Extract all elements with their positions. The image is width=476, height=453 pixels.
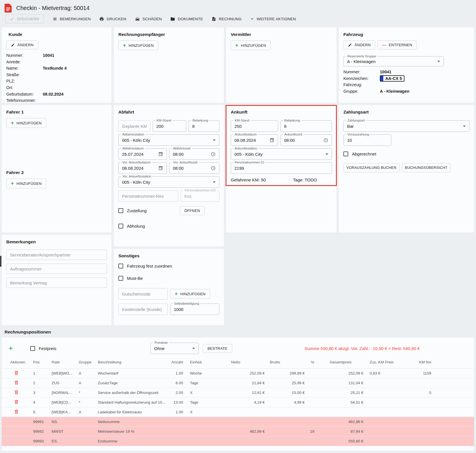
cell-beschreibung: Wochentarif — [93, 368, 165, 378]
vermittler-hinzufuegen-button[interactable]: + HINZUFÜGEN — [231, 41, 271, 50]
clock-icon[interactable] — [211, 152, 216, 157]
cell-gruppe — [74, 426, 93, 436]
panel-grid: Kunde ÄNDERN Nummer:10041 Anrede: Name:T… — [0, 25, 476, 325]
cell-pos: 99993 — [29, 436, 47, 446]
ankunftszeit-input[interactable]: Ankunftszeit08:00 — [280, 134, 332, 146]
selbstbeteiligung-input[interactable]: Selbstbeteiligung1000 — [170, 304, 220, 315]
cell-brutto — [265, 426, 305, 436]
ankunft-betankung-input[interactable]: Betankung8 — [280, 120, 332, 132]
gutscheincode-input[interactable]: Gutscheincode — [118, 288, 168, 300]
column-header: Netto — [220, 356, 265, 368]
ankunftsstation-select[interactable]: Ankunftsstation005 - Köln City — [231, 148, 332, 160]
kostenstelle-input[interactable]: Kostenstelle (Kunde) — [118, 304, 168, 315]
dokumente-button[interactable]: DOKUMENTE — [170, 15, 203, 23]
ankunft-km-stand-input[interactable]: KM-Stand250 — [231, 120, 278, 132]
cell-aktionen — [2, 378, 29, 388]
abfahrt-betankung-input[interactable]: Betankung8 — [189, 120, 219, 132]
calendar-icon[interactable] — [158, 152, 163, 157]
festpreis-checkbox[interactable] — [30, 346, 35, 351]
cell-brutto: 15,00 € — [265, 388, 305, 397]
vor-ankunftsstation-select[interactable]: Vor. Ankunftsstation005 - Köln City — [118, 176, 219, 188]
cell-beschreibung: Standard Haftungsreduzierung auf 10... — [93, 397, 165, 407]
clock-icon[interactable] — [323, 138, 328, 143]
delete-row-icon[interactable] — [14, 399, 19, 405]
abgerechnet-checkbox[interactable] — [343, 151, 348, 156]
abfahrt-panel: Abfahrt Geplante KM KM-Stand200 Betankun… — [114, 105, 224, 246]
cell-netto — [220, 436, 265, 446]
ankunftsdatum-input[interactable]: Ankunftsdatum08.08.2024 — [231, 134, 278, 146]
fahrzeug-fest-zuordnen-checkbox[interactable] — [118, 264, 123, 268]
drucken-button[interactable]: DRUCKEN — [99, 15, 126, 23]
fahrzeug-aendern-button[interactable]: ÄNDERN — [343, 41, 375, 49]
abholung-checkbox[interactable] — [118, 224, 123, 228]
fahrzeug-entfernen-button[interactable]: — ENTFERNEN — [378, 41, 417, 49]
gutschein-hinzufuegen-button[interactable]: + HINZUFÜGEN — [170, 289, 210, 299]
cell-aktionen — [2, 368, 29, 378]
save-button[interactable]: SPEICHERN — [5, 14, 44, 23]
car-damage-icon — [135, 17, 140, 21]
kunde-aendern-button[interactable]: ÄNDERN — [6, 41, 38, 49]
dropdown-caret-icon — [325, 153, 328, 155]
abfahrtsdatum-input[interactable]: Abfahrtsdatum26.07.2024 — [118, 148, 167, 160]
zahlungsart-select[interactable]: ZahlungsartBar — [343, 120, 469, 132]
gefahrene-km-text: Gefahrene KM: 50 — [231, 177, 266, 182]
calendar-icon[interactable] — [270, 138, 274, 143]
preisliste-select[interactable]: Preisliste Ohne — [150, 343, 199, 354]
column-header: Einheit — [185, 356, 220, 368]
invoice-card: + Festpreis Preisliste Ohne BESTRATE Sum… — [2, 337, 474, 451]
rechnungsempfaenger-hinzufuegen-button[interactable]: + HINZUFÜGEN — [118, 41, 158, 50]
clock-icon[interactable] — [211, 166, 216, 171]
fahrer2-hinzufuegen-button[interactable]: + HINZUFÜGEN — [6, 179, 46, 188]
cell-einheit — [185, 417, 220, 426]
personalnummer-ci-input[interactable]: Personalnummer-CI2199 — [231, 162, 332, 174]
delete-row-icon[interactable] — [14, 380, 19, 385]
cell-netto — [220, 417, 265, 426]
cell-aktionen — [2, 407, 29, 417]
delete-row-icon[interactable] — [14, 409, 19, 414]
cell-einheit — [185, 436, 220, 446]
cell-pct — [305, 368, 317, 378]
cell-anzahl: 1.00 — [165, 407, 185, 417]
info-row: Name:Testkunde 4 — [6, 65, 107, 72]
oeffnen-button[interactable]: ÖFFNEN — [180, 206, 204, 215]
cell-zus_km — [364, 388, 418, 397]
schaeden-button[interactable]: SCHÄDEN — [135, 15, 162, 23]
cell-gruppe — [74, 417, 93, 426]
auftragsnummer-input[interactable]: Auftragsnummer — [6, 264, 107, 274]
buchungsuebersicht-button[interactable]: BUCHUNGSÜBERSICHT — [402, 163, 451, 172]
delete-row-icon[interactable] — [14, 370, 19, 375]
reservierte-gruppe-select[interactable]: Reservierte Gruppe A - Kleinwagen — [343, 56, 444, 66]
cell-anzahl: 1.00 — [165, 368, 185, 378]
bestrate-button[interactable]: BESTRATE — [203, 344, 232, 353]
bemerkungen-button[interactable]: BEMERKUNGEN — [52, 15, 91, 23]
cell-aktionen — [2, 436, 29, 446]
rechnung-button[interactable]: RECHNUNG — [212, 15, 242, 23]
delete-row-icon[interactable] — [14, 390, 19, 395]
fahrzeug-title: Fahrzeug — [343, 32, 469, 37]
vorauszahlung-input[interactable]: Vorauszahlung10 — [343, 134, 391, 146]
cell-rate: [WEB]WO... — [47, 368, 74, 378]
abfahrtsstation-select[interactable]: Abfahrtsstation005 - Köln City — [118, 134, 219, 146]
personalnummer-res-input[interactable]: Personalnummer-Res — [118, 190, 178, 202]
zustellung-checkbox[interactable] — [118, 208, 123, 213]
calendar-icon[interactable] — [158, 166, 163, 171]
vor-ankunftsdatum-input[interactable]: Vor. Ankunftsdatum08.08.2024 — [118, 162, 167, 174]
add-position-button[interactable]: + — [9, 345, 13, 351]
cell-zus_km — [364, 436, 418, 446]
weitere-aktionen-button[interactable]: WEITERE AKTIONEN — [250, 16, 296, 22]
geplante-km-input[interactable]: Geplante KM — [118, 120, 150, 132]
personalnummer-co-input: Personalnummer-CO6sq — [181, 190, 219, 202]
serviceberater-input[interactable]: Serviceberater/Ansprechpartner — [6, 250, 107, 260]
rechnungsempfaenger-title: Rechnungsempfänger — [118, 32, 219, 37]
bemerkung-vertrag-input[interactable]: Bemerkung Vertrag — [6, 278, 107, 288]
vorauszahlung-buchen-button[interactable]: VORAUSZAHLUNG BUCHEN — [343, 163, 400, 172]
cell-brutto: 299,99 € — [265, 368, 305, 378]
must-be-checkbox[interactable] — [118, 276, 123, 281]
abfahrtszeit-input[interactable]: Abfahrtszeit08:00 — [169, 148, 219, 160]
sonstiges-title: Sonstiges — [118, 253, 219, 258]
cell-gruppe: A — [74, 378, 93, 388]
cell-anzahl: 6.00 — [165, 378, 185, 388]
abfahrt-km-stand-input[interactable]: KM-Stand200 — [153, 120, 186, 132]
vor-ankunftszeit-input[interactable]: Vor. Ankunftszeit08:00 — [169, 162, 219, 174]
fahrer1-hinzufuegen-button[interactable]: + HINZUFÜGEN — [6, 118, 46, 128]
